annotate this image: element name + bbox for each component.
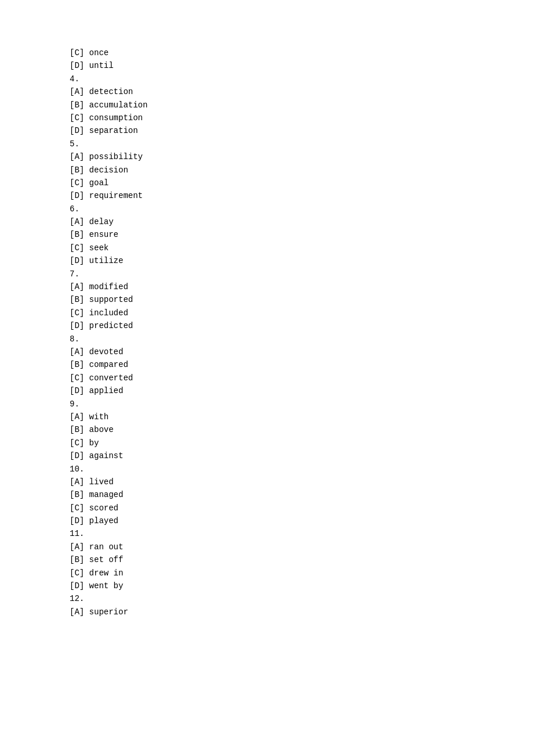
content-line: [B] compared <box>70 358 534 371</box>
content-line: 11. <box>70 527 534 540</box>
content-line: [A] possibility <box>70 150 534 163</box>
content-line: 7. <box>70 268 534 280</box>
content-line: [B] above <box>70 423 534 436</box>
content-line: [D] separation <box>70 124 534 137</box>
content-line: [B] managed <box>70 488 534 501</box>
content-line: 4. <box>70 73 534 85</box>
content-line: 9. <box>70 398 534 411</box>
content-line: [A] ran out <box>70 541 534 553</box>
content-line: [C] by <box>70 437 534 449</box>
content-line: 10. <box>70 463 534 476</box>
content-line: [A] superior <box>70 606 534 618</box>
content-line: 5. <box>70 138 534 150</box>
content-line: [C] scored <box>70 502 534 514</box>
content-line: [B] supported <box>70 293 534 306</box>
content-line: [C] consumption <box>70 111 534 124</box>
content-line: [D] applied <box>70 384 534 397</box>
content-line: [D] went by <box>70 579 534 592</box>
content-line: [C] goal <box>70 177 534 189</box>
content-line: [B] decision <box>70 164 534 177</box>
content-line: [A] delay <box>70 215 534 228</box>
content-line: [C] drew in <box>70 567 534 579</box>
content-line: [B] accumulation <box>70 99 534 111</box>
content-line: [A] devoted <box>70 345 534 358</box>
content-line: [C] seek <box>70 242 534 254</box>
content-line: [C] included <box>70 307 534 319</box>
content-line: [B] ensure <box>70 228 534 241</box>
content-line: [D] until <box>70 59 534 72</box>
content-line: [B] set off <box>70 553 534 566</box>
content-area: [C] once[D] until4.[A] detection[B] accu… <box>70 46 534 618</box>
content-line: [A] detection <box>70 85 534 98</box>
content-line: [C] once <box>70 46 534 59</box>
content-line: 12. <box>70 592 534 605</box>
content-line: [D] requirement <box>70 189 534 202</box>
content-line: 6. <box>70 203 534 215</box>
content-line: [C] converted <box>70 372 534 384</box>
content-line: [A] modified <box>70 280 534 293</box>
content-line: [D] played <box>70 514 534 527</box>
content-line: [D] against <box>70 449 534 462</box>
content-line: [D] predicted <box>70 319 534 332</box>
content-line: 8. <box>70 333 534 345</box>
content-line: [D] utilize <box>70 254 534 267</box>
content-line: [A] with <box>70 411 534 423</box>
content-line: [A] lived <box>70 476 534 488</box>
